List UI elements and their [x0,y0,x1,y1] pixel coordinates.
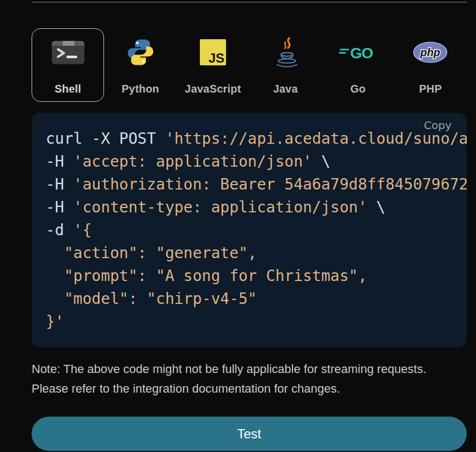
svg-text:php: php [420,46,441,58]
page: Shell Python JS JavaScript [0,2,476,452]
note-text: Note: The above code might not be fully … [32,359,440,399]
go-icon: GO [339,36,377,69]
code-content: curl -X POST 'https://api.acedata.cloud/… [46,127,467,333]
tab-javascript-label: JavaScript [185,83,241,95]
java-icon [272,36,298,69]
tab-shell-label: Shell [54,83,81,95]
top-divider [32,2,467,3]
tab-java[interactable]: Java [249,28,322,102]
tab-python[interactable]: Python [104,28,176,102]
tab-shell[interactable]: Shell [32,28,104,102]
tab-javascript[interactable]: JS JavaScript [176,28,249,102]
php-icon: php [413,36,448,69]
svg-text:GO: GO [350,45,373,60]
tab-go-label: Go [350,83,365,95]
tab-php-label: PHP [419,83,442,95]
copy-button[interactable]: Copy [420,118,455,132]
code-block[interactable]: Copy curl -X POST 'https://api.acedata.c… [32,113,467,347]
python-icon [127,36,154,69]
tab-python-label: Python [121,83,159,95]
tab-java-label: Java [273,83,297,95]
tab-php[interactable]: php PHP [394,28,467,102]
tab-go[interactable]: GO Go [322,28,394,102]
svg-text:JS: JS [209,51,224,65]
test-button[interactable]: Test [32,417,467,451]
javascript-icon: JS [200,36,226,69]
language-tabs: Shell Python JS JavaScript [32,28,467,102]
terminal-icon [51,36,85,69]
